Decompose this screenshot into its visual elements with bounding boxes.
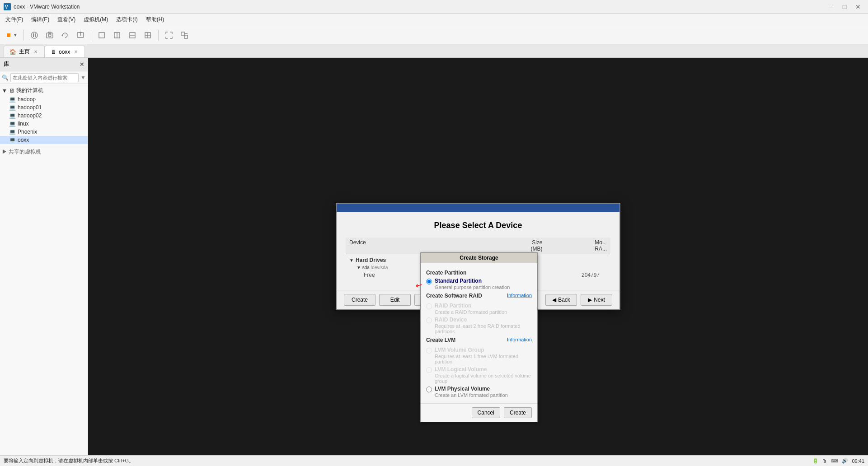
dialog-body: Create Partition Standard Partition Gene… xyxy=(421,263,537,403)
vm-top-bar xyxy=(337,204,619,212)
search-input[interactable] xyxy=(10,73,79,82)
vm-label: ooxx xyxy=(18,137,29,143)
mouse-icon: 🖱 xyxy=(822,458,827,464)
tab-home-icon: 🏠 xyxy=(9,49,16,55)
sidebar-search-bar: 🔍 ▼ xyxy=(0,71,88,84)
view-split-h[interactable] xyxy=(110,28,124,42)
fullscreen-button[interactable] xyxy=(162,28,176,42)
tab-ooxx[interactable]: 🖥 ooxx ✕ xyxy=(45,46,85,57)
lvm-physical-volume-radio[interactable] xyxy=(426,387,432,392)
view-split-v[interactable] xyxy=(126,28,139,42)
lvm-section-header: Information Create LVM xyxy=(426,337,532,345)
vm-label: hadoop02 xyxy=(18,112,42,119)
dialog-create-button[interactable]: Create xyxy=(504,407,532,418)
svg-marker-10 xyxy=(61,34,63,37)
revert-button[interactable] xyxy=(58,28,72,42)
lvm-physical-volume-label: LVM Physical Volume xyxy=(435,386,532,392)
menu-edit[interactable]: 编辑(E) xyxy=(28,14,53,25)
tab-home-close[interactable]: ✕ xyxy=(33,49,39,55)
menu-help[interactable]: 帮助(H) xyxy=(142,14,168,25)
vm-icon: 💻 xyxy=(9,112,16,119)
power-button[interactable]: ▼ xyxy=(4,28,20,42)
hard-drives-label: Hard Drives xyxy=(356,257,386,263)
toolbar-sep-1 xyxy=(23,30,24,41)
sidebar-item-hadoop02[interactable]: 💻 hadoop02 xyxy=(0,112,88,120)
sidebar-item-linux[interactable]: 💻 linux xyxy=(0,120,88,128)
menu-view[interactable]: 查看(V) xyxy=(54,14,79,25)
lvm-volume-group-label: LVM Volume Group xyxy=(435,347,532,353)
svg-rect-3 xyxy=(9,33,10,37)
menu-bar: 文件(F) 编辑(E) 查看(V) 虚拟机(M) 选项卡(I) 帮助(H) xyxy=(0,14,868,26)
create-partition-section: Create Partition xyxy=(426,270,532,276)
sidebar: 库 ✕ 🔍 ▼ ▼ 🖥 我的计算机 💻 hadoop 💻 hadoop01 xyxy=(0,58,88,455)
back-arrow-icon: ◀ xyxy=(552,297,556,303)
header-size: Size(MB) xyxy=(478,239,543,252)
back-button[interactable]: ◀ Back xyxy=(545,294,577,306)
toolbar-sep-2 xyxy=(91,30,91,41)
raid-partition-content: RAID Partition Create a RAID formated pa… xyxy=(435,303,532,315)
close-button[interactable]: ✕ xyxy=(852,2,864,12)
sidebar-item-phoenix[interactable]: 💻 Phoenix xyxy=(0,128,88,136)
app-icon: V xyxy=(4,3,11,10)
tab-home[interactable]: 🏠 主页 ✕ xyxy=(4,46,45,57)
raid-partition-option: RAID Partition Create a RAID formated pa… xyxy=(426,303,532,315)
sidebar-close-icon[interactable]: ✕ xyxy=(80,61,84,68)
shared-collapse-icon: ▶ xyxy=(2,149,7,155)
window-title: ooxx - VMware Workstation xyxy=(14,4,825,10)
vm-label: hadoop xyxy=(18,96,36,103)
vm-icon: 💻 xyxy=(9,104,16,111)
raid-partition-desc: Create a RAID formated partition xyxy=(435,309,532,315)
maximize-button[interactable]: □ xyxy=(838,2,851,12)
suspend-button[interactable] xyxy=(28,28,41,42)
lvm-logical-volume-radio[interactable] xyxy=(426,367,432,373)
minimize-button[interactable]: ─ xyxy=(825,2,837,12)
snapshot-button[interactable] xyxy=(43,28,56,42)
view-single[interactable] xyxy=(95,28,108,42)
menu-tab[interactable]: 选项卡(I) xyxy=(113,14,141,25)
shared-vms-group[interactable]: ▶ 共享的虚拟机 xyxy=(0,146,88,157)
lvm-volume-group-content: LVM Volume Group Requires at least 1 fre… xyxy=(435,347,532,364)
standard-partition-desc: General purpose partition creation xyxy=(435,284,532,290)
vm-label: linux xyxy=(18,121,29,127)
standard-partition-radio[interactable] xyxy=(426,279,432,284)
search-dropdown-icon[interactable]: ▼ xyxy=(80,75,86,81)
expand-icon: ▼ xyxy=(349,258,354,263)
svg-rect-14 xyxy=(99,33,104,38)
menu-file[interactable]: 文件(F) xyxy=(2,14,27,25)
unity-button[interactable] xyxy=(178,28,191,42)
vm-icon: 💻 xyxy=(9,129,16,135)
send-file-button[interactable] xyxy=(74,28,87,42)
lvm-volume-group-radio[interactable] xyxy=(426,348,432,354)
vm-icon: 💻 xyxy=(9,96,16,103)
tab-ooxx-label: ooxx xyxy=(59,49,70,55)
next-arrow-icon: ▶ xyxy=(588,297,592,303)
lvm-info-link[interactable]: Information xyxy=(507,337,532,342)
dialog-cancel-button[interactable]: Cancel xyxy=(472,407,500,418)
raid-section-header: Information Create Software RAID xyxy=(426,293,532,301)
dialog-title: Create Storage xyxy=(421,253,537,263)
raid-device-radio[interactable] xyxy=(426,317,432,323)
tab-home-label: 主页 xyxy=(19,48,30,56)
raid-device-content: RAID Device Requires at least 2 free RAI… xyxy=(435,317,532,334)
svg-rect-2 xyxy=(7,33,9,37)
next-button[interactable]: ▶ Next xyxy=(581,294,612,306)
dialog-footer: Cancel Create xyxy=(421,403,537,422)
view-full[interactable] xyxy=(141,28,155,42)
sidebar-item-hadoop[interactable]: 💻 hadoop xyxy=(0,95,88,103)
raid-partition-radio[interactable] xyxy=(426,303,432,309)
tab-ooxx-close[interactable]: ✕ xyxy=(73,49,79,55)
raid-device-label: RAID Device xyxy=(435,317,532,323)
tab-bar: 🏠 主页 ✕ 🖥 ooxx ✕ xyxy=(0,44,868,58)
create-partition-button[interactable]: Create xyxy=(344,294,375,306)
sidebar-item-hadoop01[interactable]: 💻 hadoop01 xyxy=(0,103,88,112)
vm-content: Please Select A Device Device Size(MB) M… xyxy=(337,212,619,309)
menu-vm[interactable]: 虚拟机(M) xyxy=(80,14,112,25)
sidebar-item-ooxx[interactable]: 💻 ooxx xyxy=(0,136,88,144)
tree-my-computer[interactable]: ▼ 🖥 我的计算机 xyxy=(0,86,88,95)
battery-icon: 🔋 xyxy=(812,458,819,464)
lvm-logical-volume-option: LVM Logical Volume Create a logical volu… xyxy=(426,366,532,384)
raid-info-link[interactable]: Information xyxy=(507,293,532,298)
edit-partition-button[interactable]: Edit xyxy=(379,294,411,306)
vm-icon: 💻 xyxy=(9,137,16,143)
my-computer-label: 我的计算机 xyxy=(16,87,43,94)
